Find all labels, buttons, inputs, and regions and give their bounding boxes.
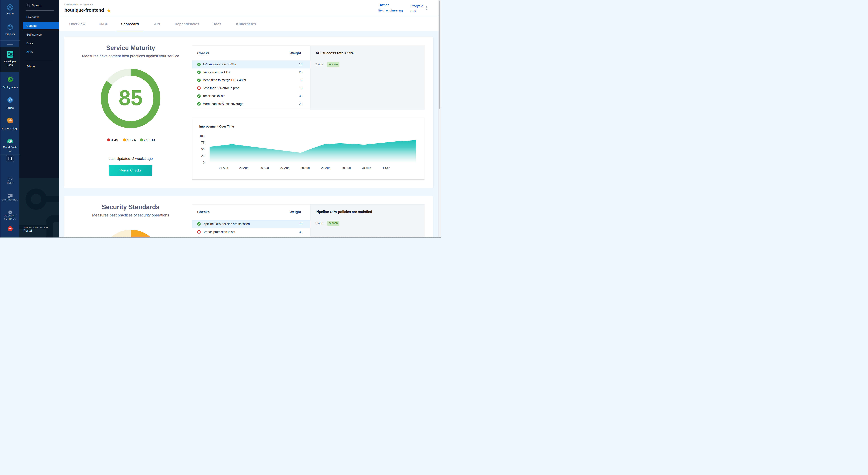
svg-text:$: $ (9, 140, 11, 143)
svg-text:?: ? (9, 178, 10, 180)
